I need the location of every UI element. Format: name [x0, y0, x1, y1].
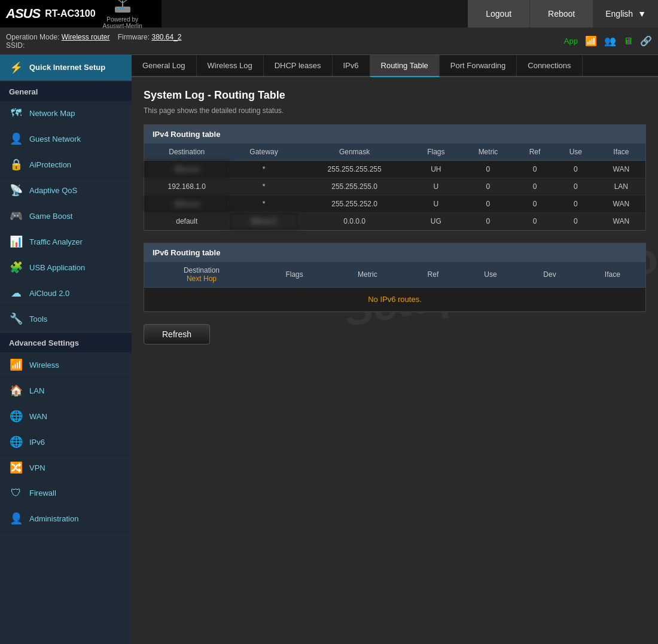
monitor-icon: 🖥: [623, 36, 633, 47]
adaptive-qos-icon: 📡: [9, 184, 23, 197]
reboot-button[interactable]: Reboot: [530, 0, 593, 28]
tab-routing-table[interactable]: Routing Table: [370, 55, 440, 77]
general-section-title: General: [0, 81, 132, 101]
sidebar: ⚡ Quick Internet Setup General 🗺 Network…: [0, 55, 132, 644]
content-panel: SetupRouter.com System Log - Routing Tab…: [132, 77, 658, 644]
ipv6-dest-header: DestinationNext Hop: [150, 266, 253, 283]
cell-genmask: 255.255.255.0: [298, 178, 411, 196]
tab-dhcp-leases[interactable]: DHCP leases: [264, 55, 333, 76]
sidebar-item-label-guest-network: Guest Network: [29, 135, 81, 144]
col-ipv6-flags: Flags: [259, 262, 330, 288]
sidebar-item-ipv6[interactable]: 🌐 IPv6: [0, 429, 132, 455]
powered-by-label: Powered by: [103, 16, 142, 23]
col-iface: Iface: [597, 144, 645, 161]
cell-flags: U: [411, 178, 461, 196]
sidebar-item-lan[interactable]: 🏠 LAN: [0, 378, 132, 404]
tab-general-log[interactable]: General Log: [132, 55, 197, 76]
sidebar-item-aicloud[interactable]: ☁ AiCloud 2.0: [0, 280, 132, 306]
ssid-label: SSID:: [6, 41, 25, 50]
ipv6-icon: 🌐: [9, 435, 23, 448]
sidebar-item-label-wan: WAN: [29, 412, 47, 421]
cell-ref: 0: [515, 213, 555, 230]
tab-connections[interactable]: Connections: [517, 55, 582, 76]
ipv6-table: DestinationNext Hop Flags Metric Ref Use…: [144, 262, 645, 312]
cell-gateway: *: [230, 196, 298, 213]
sidebar-item-label-game-boost: Game Boost: [29, 212, 72, 221]
cell-destination: default: [144, 213, 230, 230]
sidebar-item-traffic-analyzer[interactable]: 📊 Traffic Analyzer: [0, 229, 132, 255]
sidebar-item-administration[interactable]: 👤 Administration: [0, 506, 132, 532]
firmware-value[interactable]: 380.64_2: [151, 33, 181, 41]
powered-by-name: Asuswrt-Merlin: [103, 23, 142, 29]
cell-ref: 0: [515, 161, 555, 178]
advanced-settings-title: Advanced Settings: [0, 332, 132, 352]
page-description: This page shows the detailed routing sta…: [144, 106, 646, 115]
sidebar-item-wireless[interactable]: 📶 Wireless: [0, 352, 132, 378]
operation-mode-value[interactable]: Wireless router: [62, 33, 110, 41]
administration-icon: 👤: [9, 512, 23, 525]
sidebar-item-tools[interactable]: 🔧 Tools: [0, 306, 132, 332]
ipv4-routing-table-section: IPv4 Routing table Destination Gateway G…: [144, 124, 646, 231]
tab-wireless-log[interactable]: Wireless Log: [197, 55, 264, 76]
sidebar-item-vpn[interactable]: 🔀 VPN: [0, 455, 132, 481]
status-info: Operation Mode: Wireless router Firmware…: [6, 33, 182, 50]
ipv6-dest-label: DestinationNext Hop: [150, 266, 253, 283]
sidebar-item-adaptive-qos[interactable]: 📡 Adaptive QoS: [0, 178, 132, 203]
cell-iface: WAN: [597, 161, 645, 178]
cell-metric: 0: [461, 213, 515, 230]
page-title: System Log - Routing Table: [144, 89, 646, 102]
cell-genmask: 255.255.252.0: [298, 196, 411, 213]
tab-port-forwarding[interactable]: Port Forwarding: [440, 55, 517, 76]
sidebar-item-game-boost[interactable]: 🎮 Game Boost: [0, 203, 132, 229]
firmware-label: Firmware:: [118, 33, 150, 41]
network-map-icon: 🗺: [9, 107, 23, 120]
quick-setup-icon: ⚡: [9, 61, 23, 74]
ipv6-section-header: IPv6 Routing table: [144, 243, 645, 262]
chevron-down-icon: ▼: [638, 9, 646, 19]
sidebar-item-label-firewall: Firewall: [29, 489, 56, 498]
sidebar-item-label-tools: Tools: [29, 315, 47, 323]
sidebar-item-label-adaptive-qos: Adaptive QoS: [29, 186, 77, 195]
vpn-icon: 🔀: [9, 461, 23, 474]
col-ipv6-dev: Dev: [520, 262, 579, 288]
svg-line-6: [123, 0, 127, 3]
sidebar-item-network-map[interactable]: 🗺 Network Map: [0, 101, 132, 126]
users-icon: 👥: [604, 35, 616, 47]
cell-ref: 0: [515, 178, 555, 196]
refresh-button[interactable]: Refresh: [144, 324, 210, 344]
cell-ref: 0: [515, 196, 555, 213]
quick-internet-setup[interactable]: ⚡ Quick Internet Setup: [0, 55, 132, 81]
sidebar-item-aiprotection[interactable]: 🔒 AiProtection: [0, 152, 132, 178]
sidebar-item-firewall[interactable]: 🛡 Firewall: [0, 481, 132, 506]
router-icon: Powered by Asuswrt-Merlin: [103, 0, 142, 29]
tab-ipv6[interactable]: IPv6: [333, 55, 370, 76]
language-button[interactable]: English ▼: [593, 0, 658, 28]
table-row: 10.x.x.x * 255.255.252.0 U 0 0 0 WAN: [144, 196, 645, 213]
cell-iface: WAN: [597, 213, 645, 230]
cell-destination: 192.168.1.0: [144, 178, 230, 196]
sidebar-item-label-wireless: Wireless: [29, 361, 59, 370]
usb-application-icon: 🧩: [9, 261, 23, 274]
sidebar-item-usb-application[interactable]: 🧩 USB Application: [0, 255, 132, 280]
sidebar-item-guest-network[interactable]: 👤 Guest Network: [0, 126, 132, 152]
table-row: default 10.x.x.1 0.0.0.0 UG 0 0 0 WAN: [144, 213, 645, 230]
cell-destination: 10.x.x.x: [144, 196, 230, 213]
sidebar-item-label-aiprotection: AiProtection: [29, 160, 71, 169]
cell-gateway: 10.x.x.1: [230, 213, 298, 230]
tools-icon: 🔧: [9, 312, 23, 325]
sidebar-item-label-ipv6: IPv6: [29, 438, 45, 447]
firewall-icon: 🛡: [9, 487, 23, 499]
model-name: RT-AC3100: [45, 8, 95, 19]
svg-rect-3: [123, 8, 124, 10]
cell-genmask: 255.255.255.255: [298, 161, 411, 178]
cell-metric: 0: [461, 196, 515, 213]
logout-button[interactable]: Logout: [468, 0, 530, 28]
cell-use: 0: [555, 196, 597, 213]
traffic-analyzer-icon: 📊: [9, 235, 23, 248]
share-icon: 🔗: [640, 35, 652, 47]
ipv4-section-header: IPv4 Routing table: [144, 125, 645, 144]
table-row: 10.x.x.x * 255.255.255.255 UH 0 0 0 WAN: [144, 161, 645, 178]
sidebar-item-label-vpn: VPN: [29, 463, 45, 472]
top-header: ASUS RT-AC3100 Powered by Asuswrt-Merlin…: [0, 0, 658, 28]
sidebar-item-wan[interactable]: 🌐 WAN: [0, 404, 132, 429]
